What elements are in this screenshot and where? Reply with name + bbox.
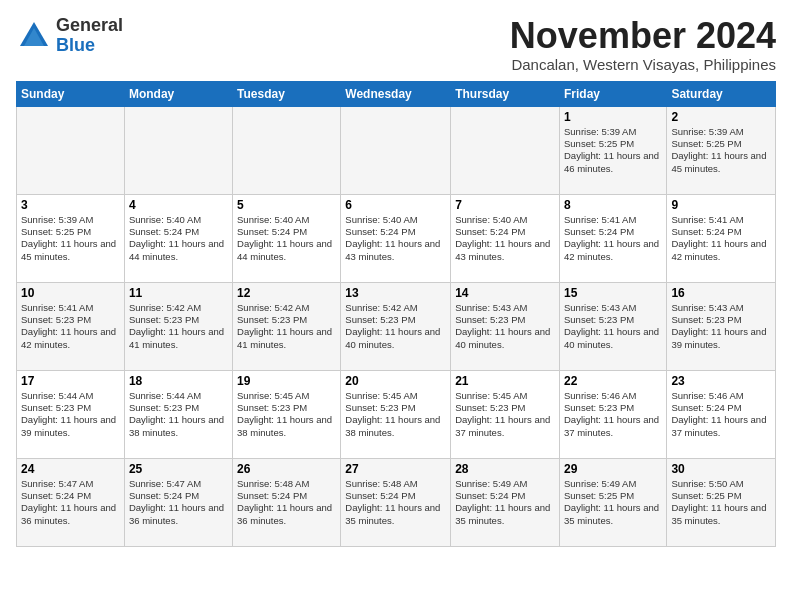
day-info: Sunrise: 5:40 AM Sunset: 5:24 PM Dayligh…	[237, 214, 336, 263]
day-info: Sunrise: 5:41 AM Sunset: 5:24 PM Dayligh…	[564, 214, 662, 263]
calendar-cell: 26Sunrise: 5:48 AM Sunset: 5:24 PM Dayli…	[233, 458, 341, 546]
calendar-week-1: 1Sunrise: 5:39 AM Sunset: 5:25 PM Daylig…	[17, 106, 776, 194]
calendar-week-3: 10Sunrise: 5:41 AM Sunset: 5:23 PM Dayli…	[17, 282, 776, 370]
weekday-header-monday: Monday	[124, 81, 232, 106]
day-number: 23	[671, 374, 771, 388]
calendar-cell: 9Sunrise: 5:41 AM Sunset: 5:24 PM Daylig…	[667, 194, 776, 282]
day-number: 5	[237, 198, 336, 212]
day-number: 28	[455, 462, 555, 476]
logo-blue: Blue	[56, 35, 95, 55]
day-info: Sunrise: 5:40 AM Sunset: 5:24 PM Dayligh…	[455, 214, 555, 263]
day-info: Sunrise: 5:44 AM Sunset: 5:23 PM Dayligh…	[21, 390, 120, 439]
calendar-cell	[451, 106, 560, 194]
weekday-header-thursday: Thursday	[451, 81, 560, 106]
calendar-cell: 11Sunrise: 5:42 AM Sunset: 5:23 PM Dayli…	[124, 282, 232, 370]
calendar-week-4: 17Sunrise: 5:44 AM Sunset: 5:23 PM Dayli…	[17, 370, 776, 458]
calendar-cell: 18Sunrise: 5:44 AM Sunset: 5:23 PM Dayli…	[124, 370, 232, 458]
day-number: 9	[671, 198, 771, 212]
day-number: 2	[671, 110, 771, 124]
day-number: 10	[21, 286, 120, 300]
calendar-cell: 21Sunrise: 5:45 AM Sunset: 5:23 PM Dayli…	[451, 370, 560, 458]
day-info: Sunrise: 5:50 AM Sunset: 5:25 PM Dayligh…	[671, 478, 771, 527]
day-info: Sunrise: 5:48 AM Sunset: 5:24 PM Dayligh…	[237, 478, 336, 527]
day-number: 30	[671, 462, 771, 476]
day-info: Sunrise: 5:41 AM Sunset: 5:24 PM Dayligh…	[671, 214, 771, 263]
day-number: 15	[564, 286, 662, 300]
day-number: 7	[455, 198, 555, 212]
day-info: Sunrise: 5:45 AM Sunset: 5:23 PM Dayligh…	[237, 390, 336, 439]
weekday-header-wednesday: Wednesday	[341, 81, 451, 106]
day-number: 21	[455, 374, 555, 388]
day-info: Sunrise: 5:39 AM Sunset: 5:25 PM Dayligh…	[21, 214, 120, 263]
weekday-header-saturday: Saturday	[667, 81, 776, 106]
day-number: 22	[564, 374, 662, 388]
calendar-cell: 30Sunrise: 5:50 AM Sunset: 5:25 PM Dayli…	[667, 458, 776, 546]
day-number: 8	[564, 198, 662, 212]
calendar-cell: 28Sunrise: 5:49 AM Sunset: 5:24 PM Dayli…	[451, 458, 560, 546]
day-info: Sunrise: 5:47 AM Sunset: 5:24 PM Dayligh…	[21, 478, 120, 527]
calendar-cell: 4Sunrise: 5:40 AM Sunset: 5:24 PM Daylig…	[124, 194, 232, 282]
day-info: Sunrise: 5:43 AM Sunset: 5:23 PM Dayligh…	[455, 302, 555, 351]
calendar-cell: 23Sunrise: 5:46 AM Sunset: 5:24 PM Dayli…	[667, 370, 776, 458]
calendar-cell	[17, 106, 125, 194]
calendar-cell	[124, 106, 232, 194]
logo: General Blue	[16, 16, 123, 56]
day-number: 13	[345, 286, 446, 300]
day-info: Sunrise: 5:40 AM Sunset: 5:24 PM Dayligh…	[129, 214, 228, 263]
day-number: 24	[21, 462, 120, 476]
day-info: Sunrise: 5:43 AM Sunset: 5:23 PM Dayligh…	[564, 302, 662, 351]
weekday-header-sunday: Sunday	[17, 81, 125, 106]
day-info: Sunrise: 5:41 AM Sunset: 5:23 PM Dayligh…	[21, 302, 120, 351]
day-number: 6	[345, 198, 446, 212]
day-number: 25	[129, 462, 228, 476]
day-info: Sunrise: 5:44 AM Sunset: 5:23 PM Dayligh…	[129, 390, 228, 439]
calendar-cell: 15Sunrise: 5:43 AM Sunset: 5:23 PM Dayli…	[559, 282, 666, 370]
calendar-cell: 27Sunrise: 5:48 AM Sunset: 5:24 PM Dayli…	[341, 458, 451, 546]
day-info: Sunrise: 5:45 AM Sunset: 5:23 PM Dayligh…	[455, 390, 555, 439]
day-number: 1	[564, 110, 662, 124]
day-info: Sunrise: 5:45 AM Sunset: 5:23 PM Dayligh…	[345, 390, 446, 439]
day-number: 12	[237, 286, 336, 300]
day-number: 3	[21, 198, 120, 212]
logo-general: General	[56, 15, 123, 35]
calendar-cell: 14Sunrise: 5:43 AM Sunset: 5:23 PM Dayli…	[451, 282, 560, 370]
month-title: November 2024	[510, 16, 776, 56]
day-info: Sunrise: 5:49 AM Sunset: 5:24 PM Dayligh…	[455, 478, 555, 527]
title-area: November 2024 Dancalan, Western Visayas,…	[510, 16, 776, 73]
day-number: 27	[345, 462, 446, 476]
calendar-header: SundayMondayTuesdayWednesdayThursdayFrid…	[17, 81, 776, 106]
calendar-cell: 8Sunrise: 5:41 AM Sunset: 5:24 PM Daylig…	[559, 194, 666, 282]
day-number: 14	[455, 286, 555, 300]
calendar-cell	[341, 106, 451, 194]
calendar-cell: 20Sunrise: 5:45 AM Sunset: 5:23 PM Dayli…	[341, 370, 451, 458]
calendar-cell: 2Sunrise: 5:39 AM Sunset: 5:25 PM Daylig…	[667, 106, 776, 194]
calendar-cell: 6Sunrise: 5:40 AM Sunset: 5:24 PM Daylig…	[341, 194, 451, 282]
calendar-cell: 5Sunrise: 5:40 AM Sunset: 5:24 PM Daylig…	[233, 194, 341, 282]
day-number: 19	[237, 374, 336, 388]
calendar-cell: 1Sunrise: 5:39 AM Sunset: 5:25 PM Daylig…	[559, 106, 666, 194]
logo-text: General Blue	[56, 16, 123, 56]
calendar-week-5: 24Sunrise: 5:47 AM Sunset: 5:24 PM Dayli…	[17, 458, 776, 546]
day-number: 11	[129, 286, 228, 300]
calendar-table: SundayMondayTuesdayWednesdayThursdayFrid…	[16, 81, 776, 547]
calendar-week-2: 3Sunrise: 5:39 AM Sunset: 5:25 PM Daylig…	[17, 194, 776, 282]
logo-icon	[16, 18, 52, 54]
day-number: 20	[345, 374, 446, 388]
page-header: General Blue November 2024 Dancalan, Wes…	[16, 16, 776, 73]
calendar-cell: 3Sunrise: 5:39 AM Sunset: 5:25 PM Daylig…	[17, 194, 125, 282]
day-info: Sunrise: 5:42 AM Sunset: 5:23 PM Dayligh…	[237, 302, 336, 351]
day-info: Sunrise: 5:42 AM Sunset: 5:23 PM Dayligh…	[129, 302, 228, 351]
day-number: 4	[129, 198, 228, 212]
day-number: 18	[129, 374, 228, 388]
calendar-cell: 22Sunrise: 5:46 AM Sunset: 5:23 PM Dayli…	[559, 370, 666, 458]
subtitle: Dancalan, Western Visayas, Philippines	[510, 56, 776, 73]
day-info: Sunrise: 5:40 AM Sunset: 5:24 PM Dayligh…	[345, 214, 446, 263]
calendar-cell: 16Sunrise: 5:43 AM Sunset: 5:23 PM Dayli…	[667, 282, 776, 370]
day-info: Sunrise: 5:48 AM Sunset: 5:24 PM Dayligh…	[345, 478, 446, 527]
day-info: Sunrise: 5:39 AM Sunset: 5:25 PM Dayligh…	[671, 126, 771, 175]
calendar-body: 1Sunrise: 5:39 AM Sunset: 5:25 PM Daylig…	[17, 106, 776, 546]
weekday-header-row: SundayMondayTuesdayWednesdayThursdayFrid…	[17, 81, 776, 106]
calendar-cell: 10Sunrise: 5:41 AM Sunset: 5:23 PM Dayli…	[17, 282, 125, 370]
day-number: 16	[671, 286, 771, 300]
day-number: 29	[564, 462, 662, 476]
